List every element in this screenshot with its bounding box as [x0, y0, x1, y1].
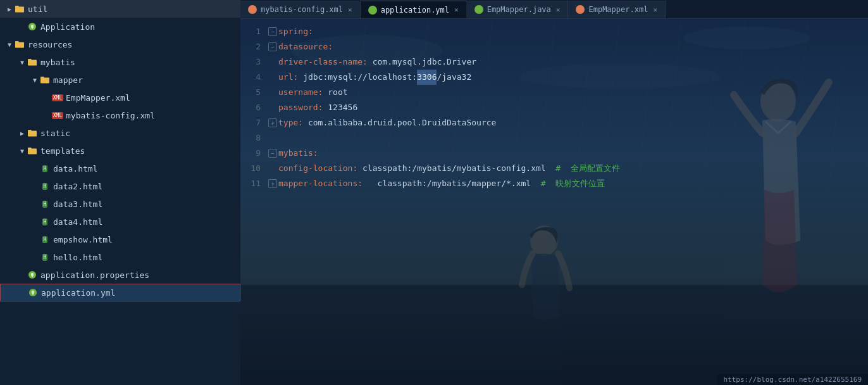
item-label: data2.html	[53, 182, 102, 191]
html-icon: H	[39, 253, 51, 262]
fold-icon[interactable]: +	[268, 118, 277, 127]
line-number: 6	[245, 100, 261, 115]
tab-close-button[interactable]: ✕	[348, 6, 352, 13]
line-numbers: 1234567891011	[240, 24, 266, 380]
arrow-icon	[18, 148, 27, 155]
tab-icon	[368, 6, 377, 15]
line-number: 7	[245, 115, 261, 130]
item-label: util	[28, 4, 47, 14]
arrow-icon	[18, 130, 27, 137]
sidebar-item-data3_html[interactable]: Hdata3.html	[0, 195, 240, 213]
sidebar-item-application[interactable]: Application	[0, 18, 240, 35]
code-key: datasource:	[278, 39, 333, 54]
code-after: /java32	[437, 70, 471, 85]
tab-label: EmpMapper.xml	[588, 5, 648, 14]
code-key: username:	[278, 85, 323, 100]
line-number: 4	[245, 70, 261, 85]
code-comment: # 映射文件位置	[531, 176, 605, 191]
sidebar-item-mybatis_config_xml[interactable]: XMLmybatis-config.xml	[0, 106, 240, 124]
code-value: root	[323, 85, 347, 100]
code-highlighted: 3306	[417, 70, 437, 85]
item-label: mybatis	[40, 58, 75, 67]
code-line: −spring:	[268, 24, 868, 39]
tab-icon	[576, 5, 585, 14]
sidebar-item-static[interactable]: static	[0, 124, 240, 142]
sidebar-item-empmapper_xml[interactable]: XMLEmpMapper.xml	[0, 89, 240, 106]
code-content: −spring:− datasource: driver-class-name:…	[266, 24, 868, 380]
tab-label: mybatis-config.xml	[261, 5, 343, 14]
sidebar-item-util[interactable]: util	[0, 0, 240, 18]
code-line: driver-class-name: com.mysql.jdbc.Driver	[268, 54, 868, 70]
fold-icon[interactable]: −	[268, 149, 277, 158]
item-label: data.html	[53, 164, 97, 174]
line-number: 10	[245, 161, 261, 176]
item-label: EmpMapper.xml	[66, 93, 130, 103]
sidebar-item-hello_html[interactable]: Hhello.html	[0, 248, 240, 266]
sidebar-item-data2_html[interactable]: Hdata2.html	[0, 177, 240, 195]
line-number: 8	[245, 130, 261, 146]
code-area: 1234567891011 −spring:− datasource: driv…	[240, 19, 868, 385]
sidebar-item-mybatis[interactable]: mybatis	[0, 53, 240, 71]
tab-close-button[interactable]: ✕	[653, 6, 657, 13]
tab-mybatis_config[interactable]: mybatis-config.xml✕	[240, 1, 361, 18]
fold-icon[interactable]: −	[268, 27, 277, 36]
item-label: Application	[40, 22, 95, 32]
tab-application_yml[interactable]: application.yml✕	[361, 1, 467, 18]
code-value: classpath:/mybatis/mybatis-config.xml	[357, 161, 545, 176]
sidebar-item-mapper[interactable]: mapper	[0, 71, 240, 89]
item-label: data3.html	[53, 199, 102, 209]
line-number: 9	[245, 146, 261, 161]
code-path: jdbc:mysql://localhost:	[298, 70, 417, 85]
fold-icon[interactable]: −	[268, 42, 277, 51]
tab-close-button[interactable]: ✕	[454, 6, 459, 13]
tab-empmapper_xml[interactable]: EmpMapper.xml✕	[568, 1, 666, 18]
line-number: 5	[245, 85, 261, 100]
code-key: config-location:	[278, 161, 357, 176]
code-value: com.mysql.jdbc.Driver	[368, 54, 476, 70]
item-label: empshow.html	[53, 235, 113, 244]
sidebar-item-data_html[interactable]: Hdata.html	[0, 160, 240, 177]
sidebar-item-application_yml[interactable]: application.yml	[0, 284, 240, 301]
folder-icon	[27, 129, 38, 137]
code-value: classpath:/mybatis/mapper/*.xml	[363, 176, 531, 191]
fold-icon[interactable]: +	[268, 179, 277, 188]
code-line	[268, 130, 868, 146]
props-icon	[27, 270, 38, 279]
code-key: mapper-locations:	[278, 176, 363, 191]
sidebar-item-resources[interactable]: resources	[0, 35, 240, 53]
sidebar-item-empshow_html[interactable]: Hempshow.html	[0, 230, 240, 248]
html-icon: H	[39, 235, 51, 244]
item-label: resources	[28, 40, 72, 49]
code-line: + type: com.alibaba.druid.pool.DruidData…	[268, 115, 868, 130]
code-line: url: jdbc:mysql://localhost:3306/java32	[268, 70, 868, 85]
line-number: 11	[245, 176, 261, 191]
arrow-icon	[5, 6, 14, 13]
tab-icon	[474, 5, 483, 14]
code-line: −mybatis:	[268, 146, 868, 161]
arrow-icon	[5, 41, 14, 48]
code-key: driver-class-name:	[278, 54, 368, 70]
code-key: type:	[278, 115, 303, 130]
tab-close-button[interactable]: ✕	[556, 6, 561, 13]
item-label: application.properties	[40, 270, 149, 280]
folder-icon	[14, 4, 25, 13]
code-value: 123456	[323, 100, 357, 115]
sidebar-item-data4_html[interactable]: Hdata4.html	[0, 213, 240, 230]
folder-icon	[39, 75, 51, 84]
item-label: application.yml	[41, 288, 115, 298]
sidebar-item-application_properties[interactable]: application.properties	[0, 266, 240, 284]
props-icon	[27, 288, 39, 297]
status-url: https://blog.csdn.net/a1422655169	[723, 376, 862, 384]
html-icon: H	[39, 217, 51, 226]
sidebar-item-templates[interactable]: templates	[0, 142, 240, 160]
status-bar: https://blog.csdn.net/a1422655169	[717, 374, 868, 385]
code-comment: # 全局配置文件	[546, 161, 620, 176]
code-value: com.alibaba.druid.pool.DruidDataSource	[303, 115, 496, 130]
code-line: password: 123456	[268, 100, 868, 115]
code-line: username: root	[268, 85, 868, 100]
xml-icon: XML	[52, 93, 63, 102]
html-icon: H	[39, 182, 51, 191]
tab-empmapper_java[interactable]: EmpMapper.java✕	[467, 1, 569, 18]
code-section: spring:	[278, 24, 313, 39]
code-line: − datasource:	[268, 39, 868, 54]
